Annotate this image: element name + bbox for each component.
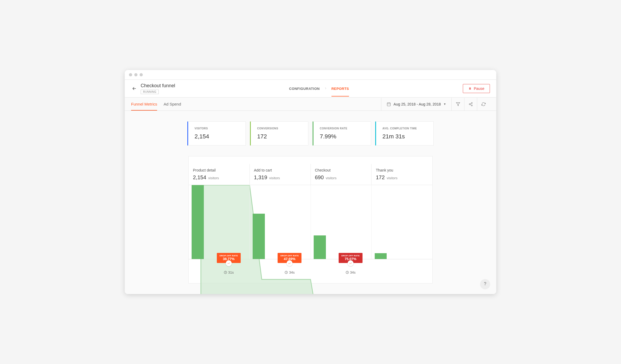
status-badge: RUNNING (141, 90, 159, 94)
date-range-picker[interactable]: Aug 25, 2018 - Aug 28, 2018 ▼ (381, 98, 452, 111)
pause-button-label: Pause (474, 86, 484, 91)
funnel-bar-cell (189, 185, 250, 259)
dropoff-cell: DROP-OFF RATE38.77%31s (189, 259, 250, 283)
subheader: Funnel Metrics Ad Spend Aug 25, 2018 - A… (125, 98, 496, 111)
stat-value: 7.99% (320, 133, 364, 140)
stat-label: CONVERSIONS (257, 127, 302, 130)
caret-down-icon: ▼ (443, 103, 446, 106)
window-dot-close[interactable] (129, 73, 132, 76)
stat-value: 172 (257, 133, 302, 140)
tab-configuration[interactable]: CONFIGURATION (289, 85, 320, 93)
share-icon (469, 102, 473, 106)
stat-label: VISITORS (195, 127, 239, 130)
dropoff-time: 34s (339, 270, 363, 274)
funnel-step-count: 172 visitors (376, 174, 428, 181)
dropoff-time: 31s (217, 270, 241, 274)
stat-card: VISITORS2,154 (187, 121, 246, 146)
stat-value: 21m 31s (382, 133, 427, 140)
clock-icon (224, 271, 227, 274)
clock-icon (346, 271, 349, 274)
stat-value: 2,154 (195, 133, 239, 140)
dropoff-label: DROP-OFF RATE (280, 255, 299, 257)
funnel-step-count: 1,319 visitors (254, 174, 306, 181)
funnel-header-row: Product detail2,154 visitorsAdd to cart1… (189, 164, 432, 185)
share-button[interactable] (464, 98, 477, 111)
funnel-step-name: Product detail (193, 168, 245, 172)
toolbar: Aug 25, 2018 - Aug 28, 2018 ▼ (381, 98, 490, 111)
funnel-step-header: Thank you172 visitors (372, 164, 432, 185)
refresh-button[interactable] (477, 98, 490, 111)
window-dot-zoom[interactable] (140, 73, 143, 76)
calendar-icon (387, 102, 391, 106)
dropoff-cell: DROP-OFF RATE47.69%34s (250, 259, 311, 283)
funnel-step-count: 2,154 visitors (193, 174, 245, 181)
funnel-bar-cell (250, 185, 311, 259)
funnel-bar-cell (311, 185, 372, 259)
sub-tabs: Funnel Metrics Ad Spend (131, 98, 181, 111)
dropoff-cell: DROP-OFF RATE75.07%34s (310, 259, 372, 283)
funnel-bar (314, 235, 326, 259)
funnel-step-name: Add to cart (254, 168, 306, 172)
funnel-step-header: Add to cart1,319 visitors (250, 164, 311, 185)
window-dot-minimize[interactable] (134, 73, 137, 76)
filter-icon (456, 102, 460, 106)
tab-funnel-metrics[interactable]: Funnel Metrics (131, 98, 157, 111)
funnel-bar (375, 253, 387, 259)
app-window: Checkout funnel RUNNING CONFIGURATION RE… (125, 70, 496, 294)
stat-card: CONVERSIONS172 (250, 121, 308, 146)
nav-tabs: CONFIGURATION REPORTS (289, 85, 349, 93)
trend-icon (226, 260, 232, 266)
stats-row: VISITORS2,154CONVERSIONS172CONVERSION RA… (135, 121, 486, 146)
svg-rect-0 (469, 87, 470, 90)
dropoff-cell (372, 259, 433, 283)
stat-label: AVG. COMPLETION TIME (382, 127, 427, 130)
dropoff-label: DROP-OFF RATE (341, 255, 360, 257)
content-area: VISITORS2,154CONVERSIONS172CONVERSION RA… (125, 111, 496, 294)
pause-icon (468, 87, 472, 90)
stat-card: CONVERSION RATE7.99% (313, 121, 371, 146)
svg-rect-2 (387, 103, 390, 106)
svg-point-5 (471, 105, 472, 106)
funnel-step-name: Thank you (376, 168, 428, 172)
dropoff-badge[interactable]: DROP-OFF RATE38.77% (217, 253, 241, 263)
pause-button[interactable]: Pause (463, 84, 490, 93)
funnel-chart-panel: Product detail2,154 visitorsAdd to cart1… (188, 156, 433, 283)
funnel-bars-row (189, 185, 432, 259)
page-header: Checkout funnel RUNNING CONFIGURATION RE… (125, 80, 496, 98)
help-button[interactable]: ? (480, 279, 490, 289)
dropoff-label: DROP-OFF RATE (219, 255, 238, 257)
trend-icon (348, 260, 353, 266)
dropoff-time: 34s (278, 270, 301, 274)
funnel-bar (253, 214, 265, 259)
page-title: Checkout funnel (141, 83, 175, 89)
titlebar (125, 70, 496, 80)
funnel-bar (192, 185, 204, 259)
dropoff-badge[interactable]: DROP-OFF RATE47.69% (278, 253, 301, 263)
back-button[interactable] (131, 85, 137, 92)
filter-button[interactable] (452, 98, 464, 111)
title-block: Checkout funnel RUNNING (141, 83, 175, 94)
tab-reports[interactable]: REPORTS (331, 85, 349, 93)
dropoffs-row: DROP-OFF RATE38.77%31sDROP-OFF RATE47.69… (189, 259, 432, 283)
tab-ad-spend[interactable]: Ad Spend (163, 98, 181, 111)
dropoff-badge[interactable]: DROP-OFF RATE75.07% (339, 253, 363, 263)
svg-rect-1 (470, 87, 471, 90)
trend-icon (287, 260, 292, 266)
funnel-chart-area (189, 185, 432, 259)
stat-label: CONVERSION RATE (320, 127, 364, 130)
refresh-icon (481, 102, 486, 106)
stat-card: AVG. COMPLETION TIME21m 31s (375, 121, 434, 146)
svg-point-4 (469, 104, 470, 105)
funnel-step-header: Product detail2,154 visitors (189, 164, 250, 185)
funnel-step-count: 690 visitors (315, 174, 367, 181)
funnel-step-name: Checkout (315, 168, 367, 172)
funnel-bar-cell (372, 185, 432, 259)
clock-icon (284, 271, 288, 274)
chevron-right-icon (324, 86, 327, 91)
funnel-step-header: Checkout690 visitors (311, 164, 372, 185)
svg-point-3 (471, 102, 472, 103)
date-range-label: Aug 25, 2018 - Aug 28, 2018 (394, 102, 441, 106)
